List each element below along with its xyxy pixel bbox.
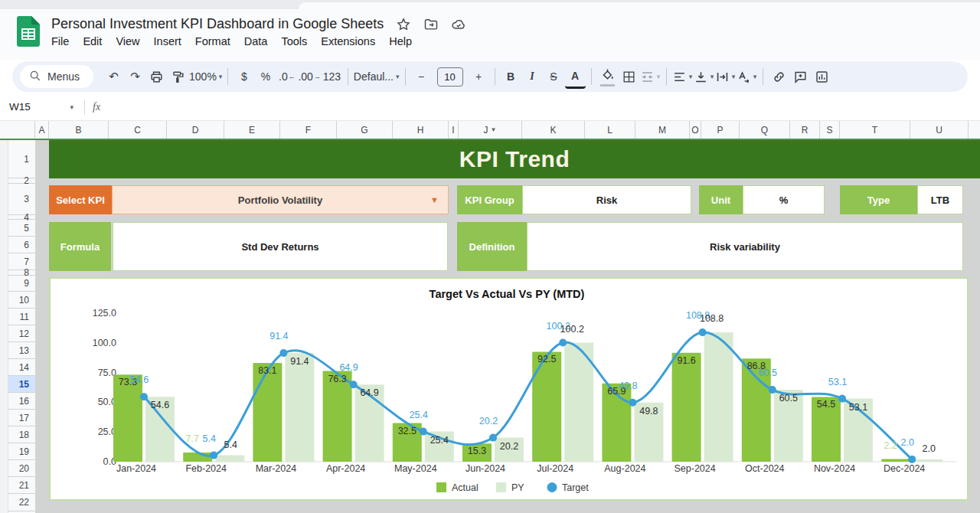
- column-header-T[interactable]: T: [840, 121, 910, 139]
- row-header-22[interactable]: 22: [8, 494, 35, 511]
- row-header-2[interactable]: 2: [8, 178, 35, 184]
- vertical-align-button[interactable]: ▾: [694, 66, 714, 87]
- column-header-I[interactable]: I: [449, 121, 459, 139]
- text-rotation-button[interactable]: ▾: [737, 66, 757, 87]
- column-header-M[interactable]: M: [635, 121, 690, 139]
- column-header-H[interactable]: H: [393, 121, 449, 139]
- row-header-19[interactable]: 19: [8, 443, 35, 460]
- row-header-3[interactable]: 3: [8, 184, 35, 215]
- row-header-20[interactable]: 20: [8, 460, 35, 477]
- unit-value[interactable]: %: [743, 185, 825, 214]
- column-header-L[interactable]: L: [585, 121, 635, 139]
- menu-tools[interactable]: Tools: [274, 34, 314, 48]
- document-title[interactable]: Personal Investment KPI Dashboard in Goo…: [51, 16, 384, 32]
- row-header-7[interactable]: 7: [8, 253, 35, 270]
- italic-button[interactable]: I: [522, 66, 543, 87]
- strikethrough-button[interactable]: S: [544, 66, 564, 87]
- column-header-U[interactable]: U: [910, 121, 969, 139]
- row-header-1[interactable]: 1: [8, 140, 35, 178]
- bold-button[interactable]: B: [501, 66, 521, 87]
- row-header-8[interactable]: 8: [8, 270, 35, 276]
- type-value[interactable]: LTB: [917, 185, 963, 214]
- select-all-corner[interactable]: [0, 121, 35, 139]
- row-header-16[interactable]: 16: [8, 393, 35, 410]
- menu-file[interactable]: File: [44, 34, 76, 48]
- column-header-K[interactable]: K: [522, 121, 585, 139]
- formula-value[interactable]: Std Dev Returns: [113, 222, 448, 271]
- column-header-C[interactable]: C: [109, 121, 167, 139]
- print-button[interactable]: [146, 66, 167, 87]
- menu-format[interactable]: Format: [188, 34, 237, 48]
- horizontal-align-button[interactable]: ▾: [672, 66, 693, 87]
- row-header-6[interactable]: 6: [8, 237, 35, 253]
- text-wrap-button[interactable]: ▾: [715, 66, 736, 87]
- font-size-input[interactable]: 10: [437, 67, 463, 87]
- menu-insert[interactable]: Insert: [147, 34, 188, 48]
- column-header-P[interactable]: P: [701, 121, 740, 139]
- paint-format-button[interactable]: [168, 66, 188, 87]
- row-header-17[interactable]: 17: [8, 410, 35, 426]
- kpi-group-value[interactable]: Risk: [522, 185, 691, 214]
- menu-edit[interactable]: Edit: [76, 34, 109, 48]
- select-kpi-label[interactable]: Select KPI: [49, 185, 112, 214]
- definition-label[interactable]: Definition: [457, 222, 527, 271]
- formula-label[interactable]: Formula: [49, 222, 111, 271]
- menu-data[interactable]: Data: [237, 34, 275, 48]
- format-currency-button[interactable]: $: [234, 66, 254, 87]
- decrease-decimal-button[interactable]: .0←: [276, 66, 297, 87]
- menu-view[interactable]: View: [109, 34, 146, 48]
- menu-help[interactable]: Help: [382, 34, 419, 48]
- column-header-G[interactable]: G: [337, 121, 393, 139]
- decrease-font-size-button[interactable]: −: [411, 66, 432, 87]
- column-header-E[interactable]: E: [224, 121, 280, 139]
- menu-extensions[interactable]: Extensions: [314, 34, 382, 48]
- definition-value[interactable]: Risk variability: [527, 222, 963, 271]
- column-header-D[interactable]: D: [167, 121, 224, 139]
- row-header-12[interactable]: 12: [8, 325, 35, 342]
- column-header-F[interactable]: F: [280, 121, 337, 139]
- unit-label[interactable]: Unit: [699, 185, 743, 214]
- undo-button[interactable]: ↶: [103, 66, 124, 87]
- star-icon[interactable]: [396, 17, 411, 32]
- more-formats-button[interactable]: 123: [322, 66, 342, 87]
- row-header-21[interactable]: 21: [8, 477, 35, 494]
- increase-decimal-button[interactable]: .00→: [298, 66, 320, 87]
- fill-color-button[interactable]: [597, 66, 618, 87]
- format-percent-button[interactable]: %: [255, 66, 276, 87]
- column-header-A[interactable]: A: [35, 121, 49, 139]
- column-header-R[interactable]: R: [790, 121, 820, 139]
- column-header-Q[interactable]: Q: [740, 121, 790, 139]
- kpi-trend-chart[interactable]: Target Vs Actual Vs PY (MTD)0.025.050.07…: [49, 277, 969, 501]
- insert-link-button[interactable]: [769, 66, 789, 87]
- merge-cells-button[interactable]: ▾: [640, 66, 661, 87]
- insert-chart-button[interactable]: [812, 66, 832, 87]
- row-header-13[interactable]: 13: [8, 342, 35, 359]
- redo-button[interactable]: ↷: [125, 66, 145, 87]
- dashboard-title-banner[interactable]: KPI Trend: [49, 140, 980, 178]
- row-header-9[interactable]: 9: [8, 276, 35, 292]
- row-header-18[interactable]: 18: [8, 426, 35, 443]
- insert-comment-button[interactable]: [790, 66, 811, 87]
- name-box[interactable]: W15 ▾: [0, 101, 74, 113]
- row-header-10[interactable]: 10: [8, 292, 35, 309]
- font-family-select[interactable]: Defaul...▾: [354, 66, 400, 87]
- row-header-15[interactable]: 15: [8, 376, 35, 393]
- cloud-saved-icon[interactable]: [451, 17, 466, 32]
- menus-search[interactable]: Menus: [20, 65, 93, 88]
- column-header-J[interactable]: J▼: [459, 121, 522, 139]
- type-label[interactable]: Type: [840, 185, 917, 214]
- kpi-group-label[interactable]: KPI Group: [457, 185, 522, 214]
- row-header-14[interactable]: 14: [8, 359, 35, 376]
- text-color-button[interactable]: A: [565, 65, 586, 89]
- borders-button[interactable]: [619, 66, 639, 87]
- column-header-B[interactable]: B: [49, 121, 109, 139]
- zoom-control[interactable]: 100%▾: [189, 66, 222, 87]
- spreadsheet-canvas[interactable]: KPI Trend Select KPI Portfolio Volatilit…: [35, 140, 980, 513]
- kpi-select-dropdown[interactable]: Portfolio Volatility ▼: [112, 185, 449, 214]
- sheets-logo-icon[interactable]: [17, 16, 40, 60]
- row-header-11[interactable]: 11: [8, 309, 35, 325]
- move-folder-icon[interactable]: [423, 17, 439, 32]
- column-header-S[interactable]: S: [820, 121, 840, 139]
- column-header-O[interactable]: O: [690, 121, 701, 139]
- row-header-5[interactable]: 5: [8, 220, 35, 237]
